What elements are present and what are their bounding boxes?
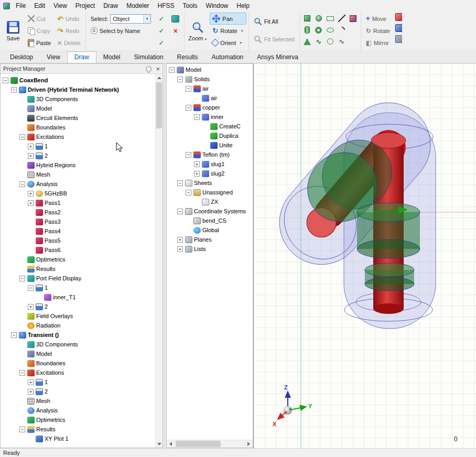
expand-toggle[interactable]: +	[28, 144, 34, 149]
model-tree-item-unite[interactable]: Unite	[167, 140, 253, 150]
menu-tools[interactable]: Tools	[179, 1, 202, 11]
project-tree-item-3d-components[interactable]: 3D Components	[1, 340, 155, 349]
project-tree-item-results[interactable]: Results	[1, 264, 155, 274]
draw-sphere-button[interactable]	[313, 13, 324, 24]
expand-toggle[interactable]: +	[28, 191, 34, 197]
measure-box-button[interactable]	[348, 13, 359, 24]
project-tree-item-radiation[interactable]: Radiation	[1, 321, 155, 330]
project-tree-item-optimetrics[interactable]: Optimetrics	[1, 255, 155, 264]
draw-circle-button[interactable]	[325, 36, 336, 47]
draw-torus-button[interactable]	[313, 24, 324, 36]
collapse-toggle[interactable]: −	[28, 285, 34, 291]
teflon-disk[interactable]	[365, 263, 414, 291]
draw-cone-button[interactable]	[302, 36, 312, 47]
clear-button[interactable]	[169, 25, 182, 37]
project-tree-item-results[interactable]: −Results	[1, 425, 155, 434]
model-tree-item-coordinate-systems[interactable]: −Coordinate Systems	[167, 206, 253, 216]
collapse-toggle[interactable]: −	[169, 67, 175, 73]
model-tree-item-global[interactable]: Global	[167, 225, 253, 235]
project-tree-item-analysis[interactable]: Analysis	[1, 406, 155, 415]
collapse-toggle[interactable]: −	[19, 370, 25, 376]
project-tree-item-pass5[interactable]: Pass5	[1, 236, 155, 245]
fit-selected-button[interactable]: Fit Selected	[251, 30, 297, 48]
model-tree-item-lists[interactable]: +Lists	[167, 244, 253, 254]
collapse-toggle[interactable]: −	[177, 77, 183, 82]
project-tree-item-model[interactable]: Model	[1, 104, 155, 113]
expand-toggle[interactable]: +	[28, 379, 34, 385]
model-tree-item-air[interactable]: air	[167, 93, 253, 103]
rotate-view-button[interactable]: Rotate	[210, 25, 246, 37]
scroll-right-arrow[interactable]	[245, 440, 253, 448]
project-tree-item-boundaries[interactable]: Boundaries	[1, 358, 155, 368]
model-tree-item-zx[interactable]: ZX	[167, 197, 253, 206]
menu-file[interactable]: File	[12, 1, 30, 11]
expand-toggle[interactable]: +	[28, 389, 34, 395]
project-tree-item-pass6[interactable]: Pass6	[1, 245, 155, 255]
expand-toggle[interactable]: +	[177, 246, 183, 252]
check-button-2[interactable]	[155, 25, 168, 37]
project-tree-item-3d-components[interactable]: 3D Components	[1, 94, 155, 104]
mirror-button[interactable]: Mirror	[363, 37, 393, 49]
cut-button[interactable]: Cut	[25, 13, 53, 25]
tab-desktop[interactable]: Desktop	[3, 52, 40, 63]
scroll-down-arrow[interactable]	[156, 440, 163, 448]
zoom-button[interactable]: Zoom	[187, 13, 209, 49]
project-tree-item-pass3[interactable]: Pass3	[1, 217, 155, 226]
scroll-up-arrow[interactable]	[156, 74, 163, 81]
project-tree-scrollbar[interactable]	[155, 74, 163, 448]
collapse-toggle[interactable]: −	[11, 87, 17, 93]
model-tree-item-unassigned[interactable]: −Unassigned	[167, 188, 253, 197]
project-tree-item-hybrid-regions[interactable]: Hybrid Regions	[1, 160, 155, 170]
delete-button[interactable]: Delete	[55, 37, 83, 49]
project-tree-item-mesh[interactable]: Mesh	[1, 170, 155, 179]
project-tree-item-2[interactable]: +2	[1, 302, 155, 311]
draw-ellipse-button[interactable]	[325, 24, 336, 36]
collapse-toggle[interactable]: −	[186, 190, 191, 195]
collapse-toggle[interactable]: −	[11, 332, 17, 338]
project-tree-item-xy-plot-1[interactable]: XY Plot 1	[1, 434, 155, 443]
project-tree-item-pass1[interactable]: +Pass1	[1, 198, 155, 208]
tab-draw[interactable]: Draw	[67, 51, 96, 63]
collapse-toggle[interactable]: −	[19, 427, 25, 432]
close-panel-icon[interactable]	[156, 66, 160, 72]
draw-cylinder-button[interactable]	[302, 24, 312, 36]
model-tree-item-createc[interactable]: CreateC	[167, 122, 253, 131]
draw-spline-button[interactable]	[337, 36, 347, 47]
scroll-left-arrow[interactable]	[167, 440, 175, 448]
tab-results[interactable]: Results	[170, 52, 205, 63]
project-tree-item-model[interactable]: Model	[1, 349, 155, 358]
collapse-toggle[interactable]: −	[19, 134, 25, 140]
model-tree-hscrollbar[interactable]	[167, 440, 253, 448]
expand-toggle[interactable]: +	[28, 153, 34, 159]
dropdown-arrow-icon[interactable]	[143, 15, 150, 23]
menu-window[interactable]: Window	[202, 1, 233, 11]
collapse-toggle[interactable]: −	[19, 276, 25, 281]
scroll-thumb[interactable]	[156, 82, 162, 128]
model-tree-item-inner[interactable]: −inner	[167, 112, 253, 122]
redo-button[interactable]: Redo	[55, 25, 83, 37]
undo-button[interactable]: Undo	[55, 13, 83, 25]
scroll-track[interactable]	[175, 440, 245, 448]
move-button[interactable]: Move	[363, 13, 393, 25]
collapse-toggle[interactable]: −	[19, 181, 25, 187]
scroll-thumb[interactable]	[176, 441, 221, 447]
draw-arc-button[interactable]	[337, 24, 347, 36]
viewport-3d[interactable]: Z Y X 0	[253, 63, 476, 448]
model-tree-item-solids[interactable]: −Solids	[167, 74, 253, 84]
project-tree-item-pass4[interactable]: Pass4	[1, 226, 155, 236]
model-tree-item-bend-cs[interactable]: bend_CS	[167, 216, 253, 225]
select-mode-dropdown[interactable]: Object	[110, 14, 151, 24]
project-tree-item-excitations[interactable]: −Excitations	[1, 132, 155, 142]
menu-view[interactable]: View	[49, 1, 71, 11]
menu-help[interactable]: Help	[232, 1, 254, 11]
model-tree-item-slug2[interactable]: +slug2	[167, 169, 253, 178]
collapse-toggle[interactable]: −	[186, 86, 191, 92]
project-tree-item-transient-[interactable]: −Transient ()	[1, 330, 155, 340]
model-tree-item-copper[interactable]: −copper	[167, 103, 253, 112]
model-tree-item-planes[interactable]: +Planes	[167, 235, 253, 244]
tab-automation[interactable]: Automation	[205, 52, 251, 63]
collapse-toggle[interactable]: −	[177, 180, 183, 186]
viewport-canvas[interactable]: Z Y X 0	[254, 63, 476, 448]
scroll-track[interactable]	[156, 81, 163, 440]
rotate-edit-button[interactable]: Rotate	[363, 25, 393, 37]
